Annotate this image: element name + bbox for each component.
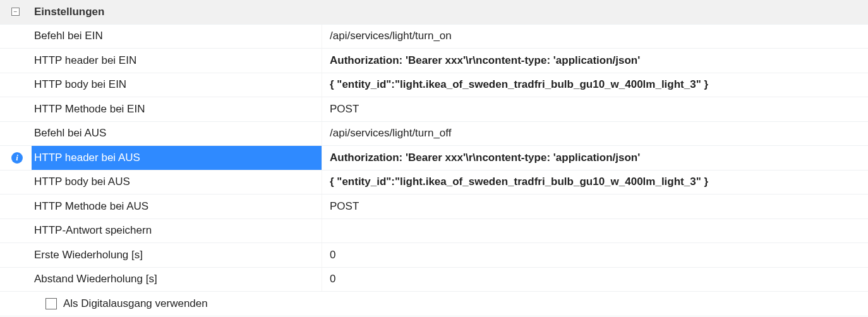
- row-digital-output[interactable]: Als Digitalausgang verwenden: [0, 292, 868, 316]
- row-store-response[interactable]: HTTP-Antwort speichern: [0, 219, 868, 244]
- row-icon-cell: [0, 194, 32, 218]
- row-befehl-aus[interactable]: Befehl bei AUS /api/services/light/turn_…: [0, 122, 868, 147]
- label-store-response: HTTP-Antwort speichern: [34, 224, 152, 237]
- label-befehl-aus: Befehl bei AUS: [34, 127, 106, 140]
- row-icon-cell: [0, 219, 32, 243]
- section-header-row[interactable]: − Einstellungen: [0, 0, 868, 25]
- property-grid: − Einstellungen Befehl bei EIN /api/serv…: [0, 0, 868, 316]
- label-method-ein: HTTP Methode bei EIN: [34, 103, 145, 116]
- row-icon-cell: [0, 49, 32, 73]
- value-header-aus[interactable]: Authorization: 'Bearer xxx'\r\ncontent-t…: [330, 152, 640, 164]
- value-method-aus[interactable]: POST: [330, 200, 359, 213]
- value-body-aus[interactable]: { "entity_id":"light.ikea_of_sweden_trad…: [330, 176, 708, 188]
- section-title: Einstellungen: [34, 6, 104, 18]
- checkbox-digital-output[interactable]: [45, 298, 57, 309]
- row-repeat-interval[interactable]: Abstand Wiederholung [s] 0: [0, 268, 868, 292]
- value-body-ein[interactable]: { "entity_id":"light.ikea_of_sweden_trad…: [330, 78, 708, 91]
- label-repeat-interval: Abstand Wiederholung [s]: [34, 273, 157, 285]
- row-icon-cell: [0, 25, 32, 49]
- row-icon-cell: [0, 122, 32, 146]
- row-icon-cell: [0, 292, 32, 316]
- label-header-ein: HTTP header bei EIN: [34, 54, 136, 67]
- label-befehl-ein: Befehl bei EIN: [34, 30, 103, 42]
- label-body-aus: HTTP body bei AUS: [34, 176, 130, 188]
- row-body-ein[interactable]: HTTP body bei EIN { "entity_id":"light.i…: [0, 73, 868, 98]
- label-header-aus: HTTP header bei AUS: [34, 152, 140, 164]
- row-first-repeat[interactable]: Erste Wiederholung [s] 0: [0, 243, 868, 268]
- row-header-ein[interactable]: HTTP header bei EIN Authorization: 'Bear…: [0, 49, 868, 73]
- row-method-aus[interactable]: HTTP Methode bei AUS POST: [0, 194, 868, 219]
- row-icon-cell: [0, 97, 32, 121]
- row-icon-cell: i: [0, 146, 32, 170]
- label-digital-output: Als Digitalausgang verwenden: [63, 297, 208, 310]
- row-icon-cell: [0, 170, 32, 194]
- row-icon-cell: [0, 243, 32, 267]
- row-icon-cell: [0, 73, 32, 97]
- info-icon: i: [11, 152, 23, 164]
- label-first-repeat: Erste Wiederholung [s]: [34, 249, 143, 261]
- row-header-aus[interactable]: i HTTP header bei AUS Authorization: 'Be…: [0, 146, 868, 170]
- value-method-ein[interactable]: POST: [330, 103, 359, 116]
- row-icon-cell: [0, 268, 32, 292]
- row-befehl-ein[interactable]: Befehl bei EIN /api/services/light/turn_…: [0, 25, 868, 49]
- value-header-ein[interactable]: Authorization: 'Bearer xxx'\r\ncontent-t…: [330, 54, 640, 67]
- value-befehl-aus[interactable]: /api/services/light/turn_off: [330, 127, 451, 140]
- label-body-ein: HTTP body bei EIN: [34, 78, 126, 91]
- row-method-ein[interactable]: HTTP Methode bei EIN POST: [0, 97, 868, 122]
- value-first-repeat[interactable]: 0: [330, 249, 335, 261]
- minus-icon[interactable]: −: [11, 8, 20, 16]
- value-repeat-interval[interactable]: 0: [330, 273, 335, 285]
- row-body-aus[interactable]: HTTP body bei AUS { "entity_id":"light.i…: [0, 170, 868, 195]
- label-method-aus: HTTP Methode bei AUS: [34, 200, 148, 213]
- value-befehl-ein[interactable]: /api/services/light/turn_on: [330, 30, 452, 42]
- collapse-cell[interactable]: −: [0, 0, 32, 24]
